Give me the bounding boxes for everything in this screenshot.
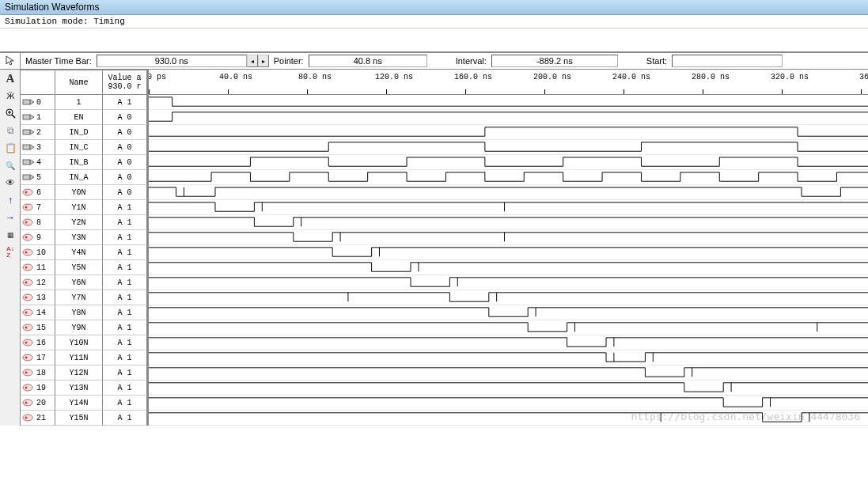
signal-value-cell[interactable]: A 1 (103, 230, 147, 245)
signal-index-cell[interactable]: 19 (21, 380, 55, 396)
find-tool-icon[interactable]: 🔍 (1, 157, 20, 173)
signal-index-cell[interactable]: 13 (21, 290, 55, 305)
signal-index-cell[interactable]: 1 (21, 110, 55, 125)
signal-name-cell[interactable]: Y3N (55, 230, 103, 245)
signal-index-cell[interactable]: 21 (21, 411, 55, 426)
signal-value-cell[interactable]: A 1 (103, 260, 147, 275)
waveform-row[interactable] (149, 275, 868, 290)
master-time-bar-value[interactable]: 930.0 ns (97, 55, 247, 67)
copy-tool-icon[interactable]: ⧉ (1, 123, 20, 138)
signal-value-cell[interactable]: A 1 (103, 215, 147, 230)
signal-name-cell[interactable]: Y1N (55, 200, 103, 215)
waveform-row[interactable] (149, 290, 868, 305)
signal-name-cell[interactable]: Y12N (55, 365, 103, 380)
signal-index-cell[interactable]: 17 (21, 350, 55, 365)
time-ruler[interactable]: 0 ps40.0 ns80.0 ns120.0 ns160.0 ns200.0 … (149, 70, 868, 95)
paste-tool-icon[interactable]: 📋 (1, 140, 20, 156)
signal-name-cell[interactable]: Y5N (55, 260, 103, 275)
signal-value-cell[interactable]: A 1 (103, 365, 147, 380)
waveform-row[interactable] (149, 365, 868, 380)
signal-value-cell[interactable]: A 1 (103, 95, 147, 110)
signal-value-cell[interactable]: A 1 (103, 380, 147, 396)
signal-index-cell[interactable]: 7 (21, 200, 55, 215)
signal-name-cell[interactable]: IN_B (55, 155, 103, 170)
signal-index-cell[interactable]: 2 (21, 125, 55, 140)
waveform-row[interactable] (149, 245, 868, 260)
zoom-tool-icon[interactable] (1, 105, 20, 121)
signal-name-cell[interactable]: Y8N (55, 305, 103, 320)
waveform-row[interactable] (149, 260, 868, 275)
signal-name-cell[interactable]: Y4N (55, 245, 103, 260)
waveform-row[interactable] (149, 170, 868, 185)
right-arrow-icon[interactable]: → (1, 210, 20, 225)
signal-index-cell[interactable]: 18 (21, 365, 55, 380)
signal-name-cell[interactable]: IN_A (55, 170, 103, 185)
signal-value-cell[interactable]: A 1 (103, 320, 147, 335)
signal-index-cell[interactable]: 15 (21, 320, 55, 335)
waveform-row[interactable] (149, 335, 868, 350)
waveform-row[interactable] (149, 380, 868, 396)
up-arrow-icon[interactable]: ↑ (1, 192, 20, 208)
signal-index-cell[interactable]: 12 (21, 275, 55, 290)
signal-name-cell[interactable]: IN_D (55, 125, 103, 140)
signal-index-cell[interactable]: 5 (21, 170, 55, 185)
text-tool-icon[interactable]: A (1, 70, 20, 86)
waveform-row[interactable] (149, 230, 868, 245)
signal-index-cell[interactable]: 11 (21, 260, 55, 275)
signal-index-cell[interactable]: 0 (21, 95, 55, 110)
signal-value-cell[interactable]: A 1 (103, 290, 147, 305)
signal-value-cell[interactable]: A 1 (103, 335, 147, 350)
signal-value-cell[interactable]: A 1 (103, 200, 147, 215)
waveform-row[interactable] (149, 110, 868, 125)
signal-index-cell[interactable]: 3 (21, 140, 55, 155)
signal-name-cell[interactable]: Y9N (55, 320, 103, 335)
signal-value-cell[interactable]: A 0 (103, 185, 147, 200)
pointer-tool-icon[interactable] (1, 53, 20, 69)
signal-value-cell[interactable]: A 1 (103, 411, 147, 426)
start-value[interactable] (672, 55, 783, 67)
signal-value-cell[interactable]: A 1 (103, 275, 147, 290)
signal-value-cell[interactable]: A 0 (103, 170, 147, 185)
waveform-row[interactable] (149, 125, 868, 140)
signal-index-cell[interactable]: 8 (21, 215, 55, 230)
signal-value-cell[interactable]: A 1 (103, 350, 147, 365)
waveform-row[interactable] (149, 185, 868, 200)
signal-name-cell[interactable]: Y6N (55, 275, 103, 290)
signal-name-cell[interactable]: Y0N (55, 185, 103, 200)
signal-name-cell[interactable]: IN_C (55, 140, 103, 155)
signal-value-cell[interactable]: A 1 (103, 245, 147, 260)
waveform-area[interactable]: 0 ps40.0 ns80.0 ns120.0 ns160.0 ns200.0 … (148, 70, 868, 426)
signal-index-cell[interactable]: 10 (21, 245, 55, 260)
signal-index-cell[interactable]: 16 (21, 335, 55, 350)
signal-value-cell[interactable]: A 1 (103, 396, 147, 411)
waveform-row[interactable] (149, 200, 868, 215)
grid-tool-icon[interactable]: ▦ (1, 227, 20, 243)
signal-index-cell[interactable]: 4 (21, 155, 55, 170)
signal-name-cell[interactable]: Y10N (55, 335, 103, 350)
waveform-row[interactable] (149, 396, 868, 411)
signal-name-cell[interactable]: Y2N (55, 215, 103, 230)
waveform-row[interactable] (149, 320, 868, 335)
time-bar-left-icon[interactable]: ◂ (247, 55, 258, 67)
signal-index-cell[interactable]: 14 (21, 305, 55, 320)
signal-value-cell[interactable]: A 0 (103, 155, 147, 170)
waveform-rows[interactable] (149, 95, 868, 426)
sort-az-icon[interactable]: A↓Z (1, 244, 20, 260)
signal-name-cell[interactable]: Y15N (55, 411, 103, 426)
signal-name-cell[interactable]: Y7N (55, 290, 103, 305)
signal-value-cell[interactable]: A 0 (103, 125, 147, 140)
waveform-row[interactable] (149, 305, 868, 320)
waveform-row[interactable] (149, 215, 868, 230)
signal-index-cell[interactable]: 9 (21, 230, 55, 245)
xh-tool-icon[interactable]: ӝ (1, 88, 20, 104)
signal-name-cell[interactable]: 1 (55, 95, 103, 110)
signal-value-cell[interactable]: A 0 (103, 140, 147, 155)
time-bar-right-icon[interactable]: ▸ (258, 55, 269, 67)
waveform-row[interactable] (149, 350, 868, 365)
signal-name-cell[interactable]: Y11N (55, 350, 103, 365)
signal-index-cell[interactable]: 6 (21, 185, 55, 200)
waveform-row[interactable] (149, 140, 868, 155)
signal-index-cell[interactable]: 20 (21, 396, 55, 411)
waveform-row[interactable] (149, 155, 868, 170)
signal-name-cell[interactable]: Y13N (55, 380, 103, 396)
